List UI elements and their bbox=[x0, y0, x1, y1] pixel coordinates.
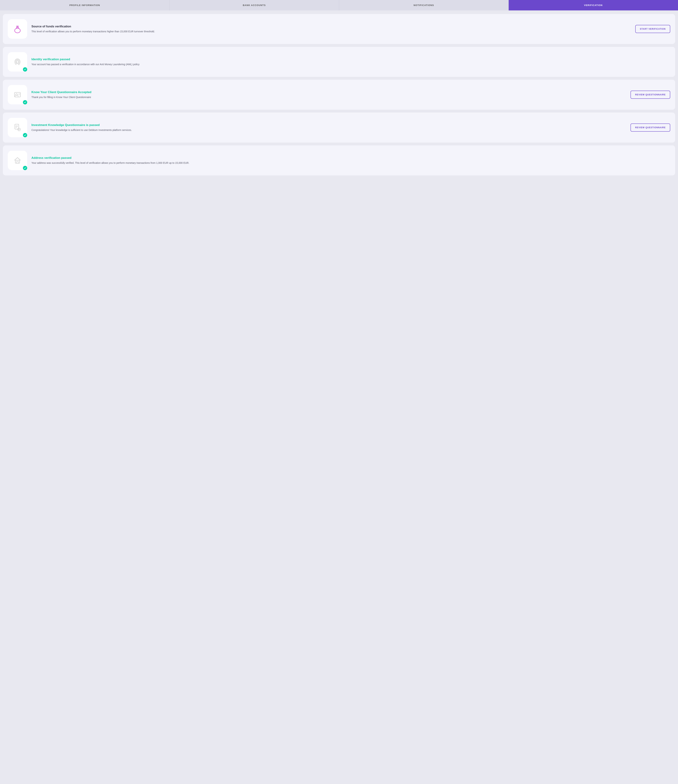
tab-notifications[interactable]: NOTIFICATIONS bbox=[339, 0, 508, 11]
address-text: Address verification passed Your address… bbox=[31, 156, 670, 165]
svg-rect-11 bbox=[17, 162, 19, 163]
tab-profile[interactable]: PROFILE INFORMATION bbox=[0, 0, 170, 11]
card-identity-verification: Identity verification passed Your accoun… bbox=[3, 47, 675, 77]
kyc-text: Know Your Client Questionnaire Accepted … bbox=[31, 90, 626, 99]
source-of-funds-title: Source of funds verification bbox=[31, 25, 631, 28]
identity-icon-box bbox=[8, 52, 27, 72]
identity-text: Identity verification passed Your accoun… bbox=[31, 58, 670, 66]
svg-rect-10 bbox=[16, 160, 20, 163]
tab-bar: PROFILE INFORMATION BANK ACCOUNTS NOTIFI… bbox=[0, 0, 678, 11]
tab-bank-accounts[interactable]: BANK ACCOUNTS bbox=[170, 0, 339, 11]
money-bag-icon bbox=[13, 24, 22, 34]
card-address: Address verification passed Your address… bbox=[3, 145, 675, 175]
card-source-of-funds: Source of funds verification This level … bbox=[3, 14, 675, 44]
address-icon-box bbox=[8, 151, 27, 170]
investment-text: Investment Knowledge Questionnaire is pa… bbox=[31, 123, 626, 132]
investment-title: Investment Knowledge Questionnaire is pa… bbox=[31, 123, 626, 127]
source-of-funds-text: Source of funds verification This level … bbox=[31, 25, 631, 33]
kyc-title: Know Your Client Questionnaire Accepted bbox=[31, 90, 626, 94]
checkmark-icon bbox=[24, 167, 26, 169]
investment-badge bbox=[23, 132, 28, 138]
source-of-funds-desc: This level of verification allows you to… bbox=[31, 30, 631, 33]
verification-content: Source of funds verification This level … bbox=[0, 11, 678, 179]
house-icon bbox=[13, 156, 22, 165]
identity-badge bbox=[23, 67, 28, 72]
document-check-icon bbox=[13, 123, 22, 132]
tab-verification[interactable]: VERIFICATION bbox=[508, 0, 678, 11]
address-badge bbox=[23, 165, 28, 170]
card-investment: Investment Knowledge Questionnaire is pa… bbox=[3, 112, 675, 143]
review-kyc-button[interactable]: REVIEW QUESTIONNAIRE bbox=[630, 90, 670, 99]
person-card-icon bbox=[13, 90, 22, 100]
svg-point-0 bbox=[15, 28, 20, 33]
checkmark-icon bbox=[24, 68, 26, 71]
checkmark-icon bbox=[24, 134, 26, 136]
start-verification-button[interactable]: START VERIFICATION bbox=[635, 25, 670, 33]
checkmark-icon bbox=[24, 101, 26, 103]
source-of-funds-icon-box bbox=[8, 19, 27, 39]
address-title: Address verification passed bbox=[31, 156, 670, 160]
kyc-badge bbox=[23, 100, 28, 105]
kyc-desc: Thank you for filling in Know Your Clien… bbox=[31, 95, 626, 99]
review-investment-button[interactable]: REVIEW QUESTIONNAIRE bbox=[630, 123, 670, 132]
investment-icon-box bbox=[8, 118, 27, 137]
card-kyc: Know Your Client Questionnaire Accepted … bbox=[3, 79, 675, 110]
fingerprint-icon bbox=[13, 57, 22, 67]
address-desc: Your address was successfully verified. … bbox=[31, 161, 670, 165]
identity-desc: Your account has passed a verification i… bbox=[31, 62, 670, 66]
investment-desc: Congratulations! Your knowledge is suffi… bbox=[31, 128, 626, 132]
kyc-icon-box bbox=[8, 85, 27, 104]
identity-title: Identity verification passed bbox=[31, 58, 670, 61]
